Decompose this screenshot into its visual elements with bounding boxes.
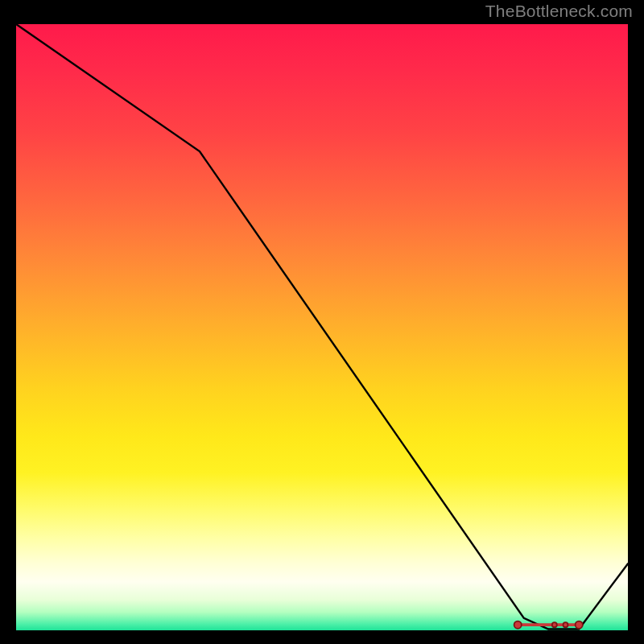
plot-overlay xyxy=(16,24,628,630)
bottleneck-curve xyxy=(16,24,628,630)
chart-stage: TheBottleneck.com xyxy=(0,0,644,644)
optimal-marker xyxy=(514,621,522,629)
attribution-text: TheBottleneck.com xyxy=(485,2,633,21)
optimal-markers xyxy=(514,621,583,629)
optimal-marker xyxy=(576,621,583,629)
optimal-marker xyxy=(563,622,568,627)
optimal-marker xyxy=(552,622,557,627)
